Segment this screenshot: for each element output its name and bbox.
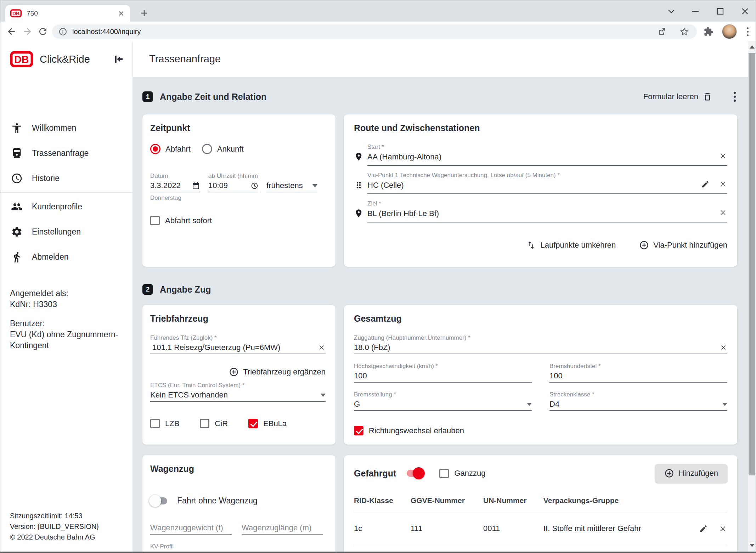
url-text[interactable]: localhost:4400/inquiry xyxy=(72,28,657,36)
site-info-icon[interactable] xyxy=(58,27,67,36)
maximize-button[interactable] xyxy=(714,6,726,17)
speed-input[interactable]: 100 xyxy=(354,371,532,380)
section2-header: 2 Angabe Zug xyxy=(142,283,737,296)
triebfahrzeug-card: Triebfahrzeug Führendes Tfz (Zuglok) * 1… xyxy=(142,305,335,445)
clear-ziel-icon[interactable] xyxy=(719,208,727,217)
drag-handle-icon[interactable] xyxy=(354,171,367,194)
via-input[interactable]: HC (Celle) xyxy=(367,181,701,190)
browser-window: DB 750 xyxy=(0,0,756,553)
bookmark-star-icon[interactable] xyxy=(679,27,689,36)
minimize-button[interactable] xyxy=(689,6,701,17)
gefahrgut-toggle[interactable] xyxy=(407,469,424,478)
forward-icon[interactable] xyxy=(21,25,34,38)
sidebar-item-kundenprofile[interactable]: Kundenprofile xyxy=(0,194,132,219)
reverse-route-button[interactable]: Laufpunkte umkehren xyxy=(526,240,616,250)
scrollbar-thumb[interactable] xyxy=(749,53,755,475)
radio-abfahrt[interactable]: Abfahrt xyxy=(150,144,191,154)
etcs-select[interactable]: Kein ETCS vorhanden xyxy=(150,389,326,402)
ziel-input[interactable]: BL (Berlin Hbf-Le Bf) xyxy=(367,209,719,218)
datum-input[interactable]: 3.3.2022 xyxy=(150,181,192,190)
zeit-modus-select[interactable]: frühestens xyxy=(266,180,317,192)
plus-circle-icon xyxy=(664,468,674,478)
clock-icon[interactable] xyxy=(251,182,258,190)
radio-ankunft[interactable]: Ankunft xyxy=(202,144,244,154)
people-icon xyxy=(11,201,23,213)
zuggattung-input[interactable]: 18.0 (FbZ) xyxy=(354,343,720,352)
clear-tfz-icon[interactable] xyxy=(318,344,326,351)
version: Version: {BUILD_VERSION} xyxy=(10,521,99,532)
tfz-input[interactable]: 101.1 Reisezg/Gueterzug (Pu=6MW) xyxy=(150,343,318,352)
user-label: Benutzer: xyxy=(10,318,127,329)
add-gefahrgut-button[interactable]: Hinzufügen xyxy=(655,464,727,483)
page-scrollbar[interactable] xyxy=(748,41,756,552)
section1-menu-icon[interactable] xyxy=(732,90,737,103)
clear-start-icon[interactable] xyxy=(719,152,727,160)
sidebar-collapse-icon[interactable] xyxy=(113,54,124,64)
add-via-button[interactable]: Via-Punkt hinzufügen xyxy=(639,240,727,250)
weekday-helper: Donnerstag xyxy=(150,194,200,202)
back-icon[interactable] xyxy=(5,25,18,38)
profile-avatar[interactable] xyxy=(722,24,737,39)
sidebar-item-einstellungen[interactable]: Einstellungen xyxy=(0,219,132,244)
sidebar-item-abmelden[interactable]: Abmelden xyxy=(0,244,132,270)
wagenzug-card: Wagenzug Fahrt ohne Wagenzug KV-Profil xyxy=(142,455,335,552)
tab-close-icon[interactable] xyxy=(117,10,125,17)
share-icon[interactable] xyxy=(657,27,667,36)
clear-form-button[interactable]: Formular leeren xyxy=(643,92,712,102)
radio-ankunft-circle[interactable] xyxy=(202,144,212,154)
browser-menu-icon[interactable] xyxy=(745,26,750,38)
route-title: Route und Zwischenstationen xyxy=(354,123,727,133)
reload-icon[interactable] xyxy=(36,25,49,38)
streckenklasse-select[interactable]: D4 xyxy=(549,398,727,411)
sidebar-item-trassenanfrage[interactable]: Trassenanfrage xyxy=(0,141,132,166)
fahrt-ohne-wagenzug-toggle[interactable] xyxy=(150,496,167,506)
zeitpunkt-title: Zeitpunkt xyxy=(150,123,326,133)
uhrzeit-input[interactable]: 10:09 xyxy=(208,181,251,190)
bremsstellung-select[interactable]: G xyxy=(354,398,532,411)
edit-row-pencil-icon[interactable] xyxy=(699,524,708,533)
add-triebfahrzeug-button[interactable]: Triebfahrzeug ergänzen xyxy=(229,367,326,377)
tab-title: 750 xyxy=(27,10,117,17)
radio-abfahrt-circle[interactable] xyxy=(150,144,160,154)
sidebar-item-historie[interactable]: Historie xyxy=(0,166,132,191)
sidebar-item-willkommen[interactable]: Willkommen xyxy=(0,115,132,141)
richtungswechsel-checkbox[interactable]: Richtungswechsel erlauben xyxy=(354,426,727,435)
plus-circle-icon xyxy=(229,367,239,377)
route-card: Route und Zwischenstationen Start * AA (… xyxy=(344,114,737,267)
clear-zuggattung-icon[interactable] xyxy=(720,344,727,351)
map-pin-icon xyxy=(354,143,367,166)
clear-via-icon[interactable] xyxy=(719,180,727,188)
lzb-checkbox[interactable]: LZB xyxy=(150,419,179,428)
table-header-row: RID-Klasse GGVE-Nummer UN-Nummer Verpack… xyxy=(354,491,727,512)
wagenzuglaenge-input[interactable] xyxy=(242,522,323,535)
delete-row-icon[interactable] xyxy=(718,524,727,533)
form-content: 1 Angabe Zeit und Relation Formular leer… xyxy=(133,77,748,552)
tab-search-chevron-icon[interactable] xyxy=(665,6,677,17)
calendar-icon[interactable] xyxy=(192,181,200,190)
abfahrt-sofort-checkbox[interactable]: Abfahrt sofort xyxy=(150,216,326,225)
new-tab-button[interactable] xyxy=(139,8,149,18)
user-name-line2: Kontingent xyxy=(10,340,127,351)
wagenzuggewicht-input[interactable] xyxy=(150,522,232,535)
ebula-checkbox[interactable]: EBuLa xyxy=(248,419,287,428)
page-header: Trassenanfrage xyxy=(133,41,748,77)
scroll-down-arrow[interactable] xyxy=(748,540,756,550)
copyright: © 2022 Deutsche Bahn AG xyxy=(10,532,99,542)
edit-via-pencil-icon[interactable] xyxy=(701,180,710,188)
extensions-icon[interactable] xyxy=(704,27,713,36)
abfahrt-sofort-box[interactable] xyxy=(150,216,160,225)
scroll-up-arrow[interactable] xyxy=(748,42,756,52)
cir-checkbox[interactable]: CiR xyxy=(200,419,228,428)
tab-strip: DB 750 xyxy=(0,0,756,22)
zeitpunkt-card: Zeitpunkt Abfahrt Ankunft xyxy=(142,114,335,267)
ganzzug-checkbox[interactable]: Ganzzug xyxy=(439,469,485,478)
bremshundertstel-input[interactable]: 100 xyxy=(549,371,727,380)
start-input[interactable]: AA (Hamburg-Altona) xyxy=(367,152,719,162)
browser-tab[interactable]: DB 750 xyxy=(5,5,130,22)
close-window-button[interactable] xyxy=(739,6,751,17)
page-title: Trassenanfrage xyxy=(149,53,221,65)
zeit-modus-field: frühestens xyxy=(266,173,317,202)
address-bar[interactable]: localhost:4400/inquiry xyxy=(52,24,697,39)
kv-profil-label: KV-Profil xyxy=(150,543,326,550)
bremsstellung-field: Bremsstellung * G xyxy=(354,391,532,411)
